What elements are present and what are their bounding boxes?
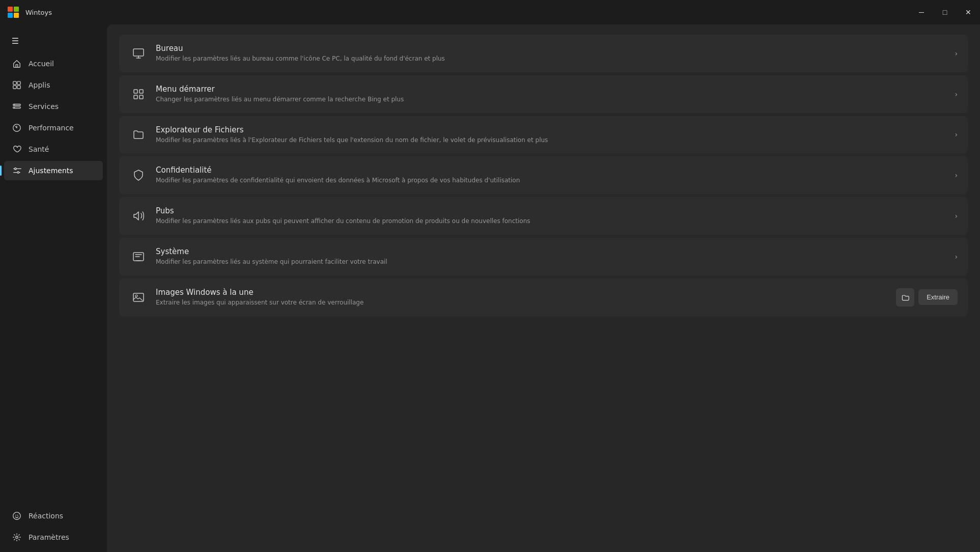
accordion-desc-pubs: Modifier les paramètres liés aux pubs qu… [156, 217, 946, 226]
accordion-text-images-windows: Images Windows à la une Extraire les ima… [156, 288, 888, 307]
accordion-title-bureau: Bureau [156, 44, 946, 53]
svg-rect-13 [134, 90, 137, 93]
svg-rect-3 [17, 86, 20, 89]
accordion-header-images-windows[interactable]: Images Windows à la une Extraire les ima… [119, 279, 968, 316]
svg-point-11 [16, 536, 18, 539]
accordion-title-explorateur: Explorateur de Fichiers [156, 125, 946, 134]
accordion-desc-explorateur: Modifier les paramètres liés à l'Explora… [156, 136, 946, 145]
svg-rect-1 [17, 81, 20, 85]
accordion-desc-systeme: Modifier les paramètres liés au système … [156, 258, 946, 266]
sidebar-item-reactions[interactable]: Réactions [4, 506, 103, 526]
sidebar-item-applis[interactable]: Applis [4, 75, 103, 95]
accordion-explorateur: Explorateur de Fichiers Modifier les par… [119, 116, 968, 154]
folder-button[interactable] [896, 288, 914, 307]
svg-point-7 [14, 107, 15, 108]
accordion-text-pubs: Pubs Modifier les paramètres liés aux pu… [156, 206, 946, 226]
svg-point-19 [135, 295, 137, 297]
accordion-menu-demarrer: Menu démarrer Changer les paramètres lié… [119, 75, 968, 113]
sidebar-item-sante[interactable]: Santé [4, 140, 103, 159]
accordion-images-windows: Images Windows à la une Extraire les ima… [119, 279, 968, 316]
accordion-header-pubs[interactable]: Pubs Modifier les paramètres liés aux pu… [119, 197, 968, 235]
accordion-header-menu-demarrer[interactable]: Menu démarrer Changer les paramètres lié… [119, 75, 968, 113]
sidebar-item-label-accueil: Accueil [29, 60, 54, 68]
svg-rect-0 [13, 81, 16, 85]
accordion-title-confidentialite: Confidentialité [156, 165, 946, 175]
sidebar-item-accueil[interactable]: Accueil [4, 54, 103, 73]
sidebar-item-parametres[interactable]: Paramètres [4, 528, 103, 547]
maximize-button[interactable]: □ [933, 0, 957, 24]
extraire-button[interactable]: Extraire [918, 289, 958, 305]
menu-demarrer-icon [129, 85, 148, 103]
sidebar-item-label-ajustements: Ajustements [29, 167, 73, 175]
sidebar-item-ajustements[interactable]: Ajustements [4, 161, 103, 180]
applis-icon [12, 80, 21, 90]
app-title: Wintoys [25, 9, 52, 16]
accordion-text-bureau: Bureau Modifier les paramètres liés au b… [156, 44, 946, 63]
window-controls: ─ □ ✕ [910, 0, 980, 24]
chevron-systeme-icon: › [955, 253, 958, 261]
accordion-header-explorateur[interactable]: Explorateur de Fichiers Modifier les par… [119, 116, 968, 154]
accordion-desc-confidentialite: Modifier les paramètres de confidentiali… [156, 176, 946, 185]
svg-point-10 [17, 515, 18, 516]
hamburger-button[interactable]: ☰ [4, 31, 26, 51]
sidebar-item-label-sante: Santé [29, 145, 49, 153]
accordion-text-explorateur: Explorateur de Fichiers Modifier les par… [156, 125, 946, 145]
accordion-confidentialite: Confidentialité Modifier les paramètres … [119, 156, 968, 194]
svg-rect-14 [139, 90, 143, 93]
accordion-pubs: Pubs Modifier les paramètres liés aux pu… [119, 197, 968, 235]
sidebar: ☰ Accueil Applis [0, 24, 107, 552]
accordion-header-bureau[interactable]: Bureau Modifier les paramètres liés au b… [119, 35, 968, 72]
chevron-confidentialite-icon: › [955, 171, 958, 179]
ajustements-icon [12, 166, 21, 175]
images-windows-icon [129, 288, 148, 307]
svg-rect-2 [13, 86, 16, 89]
sidebar-item-label-applis: Applis [29, 81, 50, 89]
accordion-systeme: Système Modifier les paramètres liés au … [119, 238, 968, 275]
sidebar-item-performance[interactable]: Performance [4, 118, 103, 137]
performance-icon [12, 123, 21, 132]
bureau-icon [129, 44, 148, 63]
accordion-desc-bureau: Modifier les paramètres liés au bureau c… [156, 54, 946, 63]
sante-icon [12, 145, 21, 154]
parametres-icon [12, 533, 21, 542]
chevron-explorateur-icon: › [955, 130, 958, 139]
minimize-button[interactable]: ─ [910, 0, 933, 24]
svg-point-8 [13, 512, 20, 519]
accordion-desc-menu-demarrer: Changer les paramètres liés au menu déma… [156, 95, 946, 104]
svg-rect-15 [134, 95, 137, 99]
explorateur-icon [129, 125, 148, 144]
confidentialite-icon [129, 166, 148, 184]
svg-point-6 [14, 104, 15, 105]
sidebar-item-label-services: Services [29, 102, 59, 111]
chevron-menu-demarrer-icon: › [955, 90, 958, 98]
chevron-pubs-icon: › [955, 212, 958, 220]
app-logo [6, 5, 20, 19]
accordion-title-pubs: Pubs [156, 206, 946, 215]
pubs-icon [129, 207, 148, 225]
systeme-icon [129, 247, 148, 266]
reactions-icon [12, 511, 21, 520]
sidebar-item-services[interactable]: Services [4, 97, 103, 116]
home-icon [12, 59, 21, 68]
svg-point-9 [15, 515, 16, 516]
accordion-text-systeme: Système Modifier les paramètres liés au … [156, 247, 946, 266]
svg-rect-16 [139, 95, 143, 99]
accordion-text-menu-demarrer: Menu démarrer Changer les paramètres lié… [156, 85, 946, 104]
services-icon [12, 102, 21, 111]
accordion-header-systeme[interactable]: Système Modifier les paramètres liés au … [119, 238, 968, 275]
accordion-title-images-windows: Images Windows à la une [156, 288, 888, 297]
title-bar: Wintoys ─ □ ✕ [0, 0, 980, 24]
sidebar-item-label-performance: Performance [29, 124, 74, 132]
accordion-title-systeme: Système [156, 247, 946, 256]
accordion-title-menu-demarrer: Menu démarrer [156, 85, 946, 94]
chevron-bureau-icon: › [955, 49, 958, 58]
svg-rect-12 [133, 49, 144, 56]
accordion-text-confidentialite: Confidentialité Modifier les paramètres … [156, 165, 946, 185]
accordion-desc-images-windows: Extraire les images qui apparaissent sur… [156, 298, 888, 307]
accordion-header-confidentialite[interactable]: Confidentialité Modifier les paramètres … [119, 156, 968, 194]
sidebar-item-label-reactions: Réactions [29, 512, 63, 520]
main-content: Bureau Modifier les paramètres liés au b… [107, 24, 980, 552]
close-button[interactable]: ✕ [957, 0, 980, 24]
hamburger-icon: ☰ [12, 36, 19, 46]
accordion-actions-images-windows: Extraire [896, 288, 958, 307]
